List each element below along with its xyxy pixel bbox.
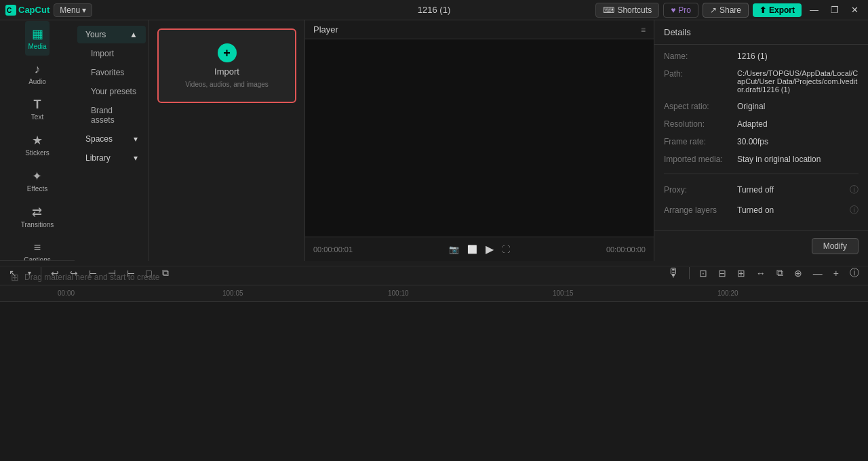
nav-favorites-label: Favorites: [91, 68, 124, 77]
player-header: Player ≡: [305, 20, 654, 39]
titlebar: C CapCut Menu ▾ 1216 (1) ⌨ Shortcuts ♥ P…: [0, 0, 868, 20]
nav-yours-arrow: ▲: [130, 30, 138, 39]
titlebar-right: ⌨ Shortcuts ♥ Pro ↗ Share ⬆ Export — ❐ ✕: [595, 3, 863, 18]
shortcuts-button[interactable]: ⌨ Shortcuts: [595, 3, 659, 18]
toolbar-captions[interactable]: ≡ Captions: [21, 235, 53, 261]
pro-label: Pro: [678, 5, 691, 15]
export-label: Export: [769, 5, 795, 15]
toolbar-media[interactable]: ▦ Media: [25, 21, 49, 56]
logo-text: CapCut: [18, 5, 50, 15]
nav-spaces[interactable]: Spaces ▾: [77, 130, 146, 148]
drag-material-label: Drag material here and start to create: [24, 273, 159, 282]
toolbar-audio[interactable]: ♪ Audio: [26, 57, 49, 91]
left-nav: Yours ▲ Import Favorites Your presets Br…: [75, 20, 149, 261]
import-card[interactable]: + Import Videos, audios, and images: [157, 28, 296, 103]
captions-icon: ≡: [34, 241, 41, 255]
pro-button[interactable]: ♥ Pro: [663, 3, 698, 18]
detail-framerate-row: Frame rate: 30.00fps: [664, 137, 859, 146]
nav-your-presets[interactable]: Your presets: [77, 83, 146, 100]
left-top: ▦ Media ♪ Audio T Text ★ Stickers: [0, 20, 305, 261]
ruler-mark-4: 100:20: [717, 289, 738, 297]
export-button[interactable]: ⬆ Export: [753, 3, 802, 17]
toolbar-effects[interactable]: ✦ Effects: [24, 163, 50, 198]
nav-your-presets-label: Your presets: [91, 87, 136, 96]
transitions-icon: ⇄: [32, 205, 42, 220]
toolbar-transitions[interactable]: ⇄ Transitions: [18, 199, 57, 234]
nav-yours[interactable]: Yours ▲: [77, 26, 146, 43]
nav-spaces-arrow: ▾: [134, 134, 138, 144]
details-footer: Modify: [654, 230, 868, 261]
player-time-start: 00:00:00:01: [313, 245, 353, 254]
arrange-info-icon[interactable]: ⓘ: [850, 204, 859, 216]
stickers-label: Stickers: [25, 149, 50, 157]
timeline: ↖ ▾ ↩ ↪ ⊢ ⊣ ⊢ □ ⧉ 🎙 ⊡ ⊟ ⊞ ↔ ⧉ ⊕ — + ⓘ 00…: [0, 261, 868, 302]
top-section: ▦ Media ♪ Audio T Text ★ Stickers: [0, 20, 868, 261]
detail-proxy-row: Proxy: Turned off ⓘ: [664, 184, 859, 196]
detail-aspect-value: Original: [737, 102, 859, 111]
detail-name-value: 1216 (1): [737, 52, 859, 61]
import-plus-icon: +: [218, 43, 237, 62]
detail-proxy-value: Turned off: [737, 185, 844, 195]
detail-name-label: Name:: [664, 52, 732, 61]
media-icon: ▦: [32, 26, 43, 41]
share-label: Share: [719, 5, 741, 15]
detail-imported-label: Imported media:: [664, 155, 732, 164]
share-button[interactable]: ↗ Share: [703, 3, 749, 18]
import-label: Import: [214, 66, 239, 77]
drag-material-icon: ⊞: [11, 272, 19, 283]
export-icon: ⬆: [760, 5, 766, 15]
player-camera-icon[interactable]: 📷: [449, 245, 459, 254]
detail-proxy-label: Proxy:: [664, 185, 732, 195]
player-panel: Player ≡ 00:00:00:01 📷 ⬜ ▶ ⛶ 00:00:00:00: [305, 20, 654, 261]
restore-button[interactable]: ❐: [827, 3, 843, 16]
capcut-logo-icon: C: [5, 5, 16, 16]
detail-resolution-label: Resolution:: [664, 119, 732, 129]
nav-spaces-label: Spaces: [85, 134, 113, 144]
detail-aspect-label: Aspect ratio:: [664, 102, 732, 111]
player-menu-icon[interactable]: ≡: [641, 25, 646, 35]
detail-divider-1: [664, 174, 859, 174]
detail-path-value: C:/Users/TOPGUS/AppData/Local/CapCut/Use…: [737, 69, 859, 94]
detail-framerate-value: 30.00fps: [737, 137, 859, 146]
player-controls: 00:00:00:01 📷 ⬜ ▶ ⛶ 00:00:00:00: [305, 237, 654, 261]
player-frame-icon[interactable]: ⬜: [467, 245, 477, 254]
share-icon: ↗: [710, 5, 717, 15]
player-fullscreen-icon[interactable]: ⛶: [502, 245, 510, 254]
project-name: 1216 (1): [418, 5, 450, 15]
details-content: Name: 1216 (1) Path: C:/Users/TOPGUS/App…: [654, 45, 868, 230]
toolbar-stickers[interactable]: ★ Stickers: [22, 127, 52, 162]
close-button[interactable]: ✕: [847, 3, 863, 16]
detail-name-row: Name: 1216 (1): [664, 52, 859, 61]
effects-label: Effects: [27, 185, 47, 193]
toolbar-text[interactable]: T Text: [28, 92, 46, 126]
modify-button[interactable]: Modify: [812, 238, 859, 254]
detail-framerate-label: Frame rate:: [664, 137, 732, 146]
shortcuts-label: Shortcuts: [617, 5, 652, 15]
nav-import[interactable]: Import: [77, 45, 146, 62]
play-button[interactable]: ▶: [486, 243, 494, 256]
audio-icon: ♪: [34, 62, 40, 77]
nav-yours-label: Yours: [85, 30, 106, 39]
nav-import-label: Import: [91, 49, 114, 58]
captions-label: Captions: [24, 256, 50, 261]
nav-favorites[interactable]: Favorites: [77, 64, 146, 81]
import-sublabel: Videos, audios, and images: [185, 81, 269, 88]
heart-icon: ♥: [671, 5, 675, 15]
transitions-label: Transitions: [21, 221, 54, 228]
detail-path-row: Path: C:/Users/TOPGUS/AppData/Local/CapC…: [664, 69, 859, 94]
detail-arrange-value: Turned on: [737, 205, 844, 215]
ruler-mark-3: 100:15: [553, 289, 574, 297]
nav-library[interactable]: Library ▾: [77, 149, 146, 167]
menu-label: Menu: [60, 5, 80, 15]
detail-path-label: Path:: [664, 69, 732, 79]
workspace: ▦ Media ♪ Audio T Text ★ Stickers: [0, 20, 868, 302]
ruler-mark-1: 100:05: [222, 289, 243, 297]
menu-button[interactable]: Menu ▾: [54, 3, 92, 17]
proxy-info-icon[interactable]: ⓘ: [850, 184, 859, 196]
media-label: Media: [28, 43, 46, 50]
svg-text:C: C: [7, 7, 12, 14]
ruler-mark-2: 100:10: [388, 289, 409, 297]
minimize-button[interactable]: —: [806, 3, 823, 16]
nav-library-arrow: ▾: [134, 153, 138, 163]
nav-brand-assets[interactable]: Brand assets: [77, 102, 146, 129]
